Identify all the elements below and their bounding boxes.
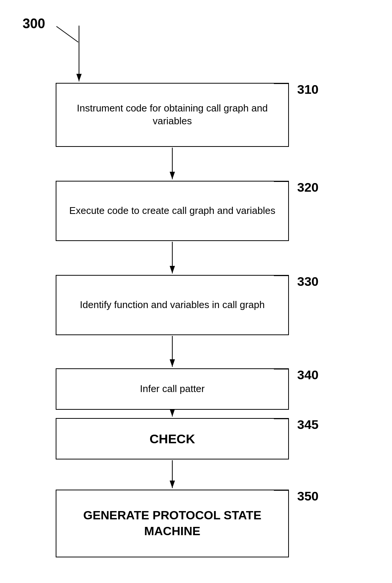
step-310-box: Instrument code for obtaining call graph… bbox=[56, 83, 289, 147]
step-350-box: GENERATE PROTOCOL STATE MACHINE bbox=[56, 490, 289, 557]
svg-line-2 bbox=[56, 26, 78, 42]
step-350-label: 350 bbox=[297, 489, 319, 504]
step-340-box: Infer call patter bbox=[56, 368, 289, 410]
step-340-label: 340 bbox=[297, 368, 319, 382]
step-320-box: Execute code to create call graph and va… bbox=[56, 181, 289, 241]
step-345-label: 345 bbox=[297, 417, 319, 432]
step-330-box: Identify function and variables in call … bbox=[56, 275, 289, 335]
flowchart-diagram: 300 Instrument code for obtaining call g… bbox=[0, 0, 392, 583]
step-310-label: 310 bbox=[297, 82, 319, 97]
step-345-box: CHECK bbox=[56, 418, 289, 459]
step-320-label: 320 bbox=[297, 180, 319, 195]
step-330-label: 330 bbox=[297, 274, 319, 289]
step-350-text: GENERATE PROTOCOL STATE MACHINE bbox=[63, 508, 281, 539]
step-310-text: Instrument code for obtaining call graph… bbox=[63, 102, 281, 128]
diagram-title: 300 bbox=[23, 16, 45, 32]
step-320-text: Execute code to create call graph and va… bbox=[69, 205, 275, 217]
step-345-text: CHECK bbox=[150, 430, 195, 447]
step-330-text: Identify function and variables in call … bbox=[80, 299, 264, 311]
step-340-text: Infer call patter bbox=[140, 383, 205, 395]
